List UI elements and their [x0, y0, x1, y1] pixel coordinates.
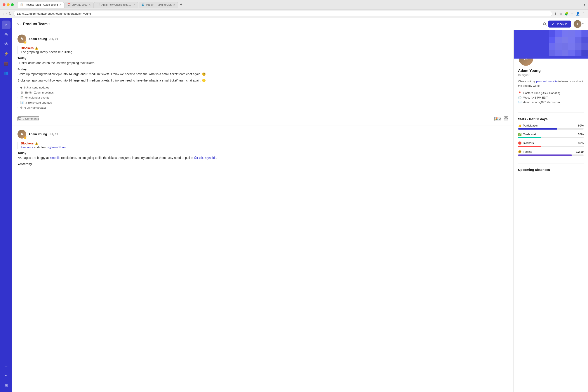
menu-icon[interactable]: ⋮	[582, 12, 585, 16]
reaction-count-1: 2	[499, 117, 501, 120]
sidebar-item-grid[interactable]: ⊞	[2, 381, 11, 390]
svg-rect-24	[549, 50, 555, 56]
header-home-icon[interactable]: ⌂	[17, 22, 19, 26]
profile-info: A Adam Young Designer Check out my perso…	[514, 51, 588, 112]
svg-rect-18	[549, 43, 555, 50]
blocker-text-1: The graphing library needs re-building	[21, 50, 508, 54]
tab-checkin[interactable]: 🤍 An all new Check-in dashboar... ✕	[94, 2, 138, 8]
activity-toggle-zoom[interactable]: ›	[18, 91, 18, 94]
calendar-text: 6h calendar events	[25, 96, 50, 99]
irene-mention[interactable]: @IreneShaw	[48, 146, 66, 149]
tab-product-team[interactable]: 📋 Product Team - Adam Young ✕	[17, 2, 64, 8]
activity-toggle-github[interactable]: ›	[18, 106, 18, 109]
stat-participation-header: 👍 Participation 60%	[518, 124, 584, 127]
felix-mention[interactable]: @FelixReynolds	[194, 156, 216, 160]
address-bar: ‹ › ↻ ⬆ ☆ 🧩 ⊟ 👤 ⋮	[0, 10, 588, 18]
reaction-button-1[interactable]: 🎉 2	[494, 117, 501, 121]
address-input[interactable]	[14, 11, 552, 16]
activity-github: › ⚙ 6 GitHub updates	[18, 105, 508, 110]
stat-participation-label: 👍 Participation	[518, 124, 538, 127]
refresh-button[interactable]: ↻	[9, 12, 11, 16]
sidebar-item-users[interactable]: 👥	[2, 68, 11, 77]
bookmark-icon[interactable]: ☆	[559, 12, 562, 16]
sidebar-toggle-icon[interactable]: ⊟	[571, 12, 573, 16]
stat-feeling-header: 😊 Feeling 8.2/10	[518, 150, 584, 154]
minimize-button[interactable]	[7, 3, 10, 6]
share-icon[interactable]: ⬆	[554, 12, 557, 16]
today-label-2: Today	[18, 151, 508, 155]
comments-button-1[interactable]: 2 Comments	[18, 116, 39, 121]
user-menu[interactable]: A ▾	[571, 20, 584, 28]
stat-feeling-bar-bg	[518, 154, 584, 156]
stat-blockers-value: 35%	[578, 141, 584, 145]
feed-item-1-footer: 2 Comments 🎉 2	[18, 114, 508, 121]
header-team-name[interactable]: Product Team	[23, 22, 48, 26]
yesterday-label-2: Yesterday	[18, 162, 508, 166]
svg-rect-14	[562, 37, 568, 43]
sidebar-item-activity[interactable]	[2, 40, 11, 48]
sidebar-item-home[interactable]: ⌂	[2, 20, 11, 29]
back-button[interactable]: ‹	[3, 12, 4, 16]
tab-label2: July 31, 2023	[72, 3, 88, 6]
comment-icon	[18, 117, 22, 120]
sidebar-item-bag[interactable]: 💼	[2, 59, 11, 68]
feed-date-1: July 24	[49, 37, 58, 41]
search-button[interactable]	[541, 20, 548, 28]
feed-item-1: A 👑 Adam Young July 24 Blockers ⚠️	[12, 30, 513, 126]
sidebar-item-help[interactable]: ?	[2, 372, 11, 380]
tab-close-icon4[interactable]: ✕	[173, 4, 175, 6]
feed-date-2: July 21	[49, 133, 58, 136]
svg-rect-7	[555, 30, 562, 37]
maximize-button[interactable]	[11, 3, 14, 6]
close-button[interactable]	[3, 3, 6, 6]
sidebar-item-lightning[interactable]: ⚡	[2, 50, 11, 58]
browser-minimize-icon: ▾	[584, 3, 585, 6]
tab-close-icon2[interactable]: ✕	[89, 4, 91, 6]
personal-website-link[interactable]: personal website	[536, 80, 558, 83]
user-avatar[interactable]: A	[573, 20, 581, 28]
tab-margin[interactable]: 🌊 Margin - Tailwind CSS ✕	[139, 2, 178, 8]
timezone-text: Eastern Time (US & Canada)	[523, 91, 560, 94]
add-reaction-button-1[interactable]	[504, 116, 508, 121]
trello-text: 3 Trello card updates	[25, 101, 52, 104]
zoom-icon: 🖥	[20, 91, 23, 94]
header-chevron-icon[interactable]: ▾	[49, 22, 50, 26]
activity-toggle-jira[interactable]: ›	[18, 86, 18, 89]
target-icon: ◎	[4, 32, 8, 37]
blockers-text-2: Blockers	[21, 142, 34, 145]
stats-section: Stats - last 30 days 👍 Participation 60%	[514, 113, 588, 163]
tab-july31[interactable]: 📅 July 31, 2023 ✕	[65, 2, 94, 8]
meta-time: 🕐 Wed, 4:41 PM EDT	[518, 96, 584, 99]
check-in-label: Check in	[556, 22, 567, 26]
avatar-badge-icon-2: 👑	[24, 136, 27, 139]
mobile-tag[interactable]: #mobile	[50, 156, 60, 160]
security-tag[interactable]: #security	[21, 146, 33, 149]
new-tab-button[interactable]: +	[178, 2, 184, 7]
activity-toggle-trello[interactable]: ›	[18, 102, 18, 104]
tab-label4: Margin - Tailwind CSS	[146, 3, 172, 6]
stat-goals-header: ✅ Goals met 35%	[518, 133, 584, 136]
app: ⌂ ◎ ⚡ 💼 👥 → ? ⊞	[0, 18, 588, 392]
blockers-section-1: Blockers ⚠️ The graphing library needs r…	[18, 46, 508, 54]
friday-label-1: Friday	[18, 68, 508, 71]
sidebar-item-target[interactable]: ◎	[2, 30, 11, 39]
activity-toggle-calendar[interactable]: ›	[18, 96, 18, 99]
blocker-detail-2: #security audit from @IreneShaw	[21, 146, 508, 149]
tab-close-icon3[interactable]: ✕	[133, 4, 135, 6]
stat-participation-value: 60%	[578, 124, 584, 127]
warning-icon: ⚠️	[35, 46, 38, 50]
svg-rect-19	[555, 43, 562, 50]
sidebar-item-arrow[interactable]: →	[2, 362, 11, 370]
svg-rect-25	[555, 50, 562, 56]
tab-close-icon[interactable]: ✕	[59, 4, 61, 6]
browser-chrome: 📋 Product Team - Adam Young ✕ 📅 July 31,…	[0, 0, 588, 18]
svg-rect-26	[562, 50, 568, 56]
blockers-stat-icon: 🔴	[518, 141, 521, 145]
profile-icon[interactable]: 👤	[576, 12, 580, 16]
check-in-button[interactable]: ✓ Check in	[548, 20, 571, 28]
github-text: 6 GitHub updates	[25, 106, 47, 109]
forward-button[interactable]: ›	[6, 12, 7, 16]
extensions-icon[interactable]: 🧩	[564, 12, 568, 16]
user-menu-chevron-icon[interactable]: ▾	[582, 22, 584, 25]
svg-point-2	[505, 117, 507, 120]
